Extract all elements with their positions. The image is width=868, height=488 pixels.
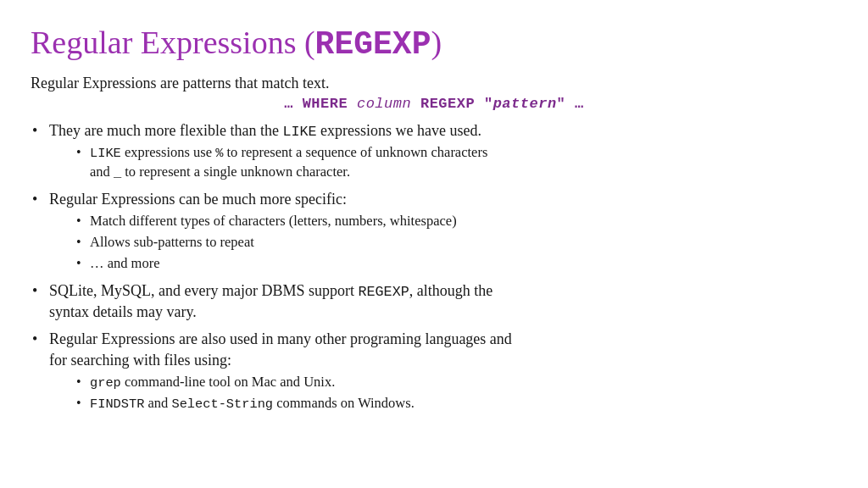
bullet-1-sub-list: LIKE expressions use % to represent a se…: [75, 143, 837, 182]
grep-code: grep: [90, 375, 121, 391]
code-quote1: ": [484, 96, 493, 112]
main-bullet-list: They are much more flexible than the LIK…: [31, 120, 837, 413]
underscore-code: _: [114, 165, 121, 180]
code-quote2: ": [557, 96, 566, 112]
bullet-3-text: SQLite, MySQL, and every major DBMS supp…: [49, 282, 492, 320]
findstr-code: FINDSTR: [90, 396, 144, 412]
code-example-line: … WHERE column REGEXP "pattern" …: [31, 96, 837, 112]
bullet-3: SQLite, MySQL, and every major DBMS supp…: [31, 280, 837, 323]
bullet-2: Regular Expressions can be much more spe…: [31, 189, 837, 273]
bullet-2-sub-2: Allows sub-patterns to repeat: [75, 233, 837, 252]
bullet-2-text: Regular Expressions can be much more spe…: [49, 191, 347, 208]
regexp-code: REGEXP: [358, 284, 409, 300]
bullet-2-sub-1: Match different types of characters (let…: [75, 212, 837, 231]
select-string-code: Select-String: [171, 396, 273, 412]
percent-code: %: [215, 146, 223, 161]
bullet-1-sub-1: LIKE expressions use % to represent a se…: [75, 143, 837, 182]
bullet-2-sub-list: Match different types of characters (let…: [75, 212, 837, 273]
like-code-inline: LIKE: [90, 146, 121, 161]
code-ellipsis1: … WHERE: [284, 96, 357, 112]
bullet-4-sub-1: grep command-line tool on Mac and Unix.: [75, 373, 837, 392]
title-suffix: ): [431, 25, 442, 60]
intro-text: Regular Expressions are patterns that ma…: [31, 75, 837, 92]
bullet-2-sub-3: … and more: [75, 254, 837, 274]
bullet-4-text: Regular Expressions are also used in man…: [49, 330, 512, 369]
code-pattern: pattern: [493, 96, 557, 112]
bullet-4-sub-2: FINDSTR and Select-String commands on Wi…: [75, 394, 837, 413]
bullet-4: Regular Expressions are also used in man…: [31, 329, 837, 413]
bullet-1-text: They are much more flexible than the LIK…: [49, 122, 481, 139]
bullet-4-sub-list: grep command-line tool on Mac and Unix. …: [75, 373, 837, 413]
title-prefix: Regular Expressions (: [31, 25, 315, 60]
bullet-1: They are much more flexible than the LIK…: [31, 120, 837, 182]
code-column: column: [357, 96, 411, 112]
title-keyword: REGEXP: [315, 26, 431, 63]
code-ellipsis2: …: [565, 96, 583, 112]
page-title: Regular Expressions (REGEXP): [31, 24, 837, 63]
code-regexp-kw: REGEXP: [411, 96, 484, 112]
like-code-1: LIKE: [282, 124, 316, 140]
